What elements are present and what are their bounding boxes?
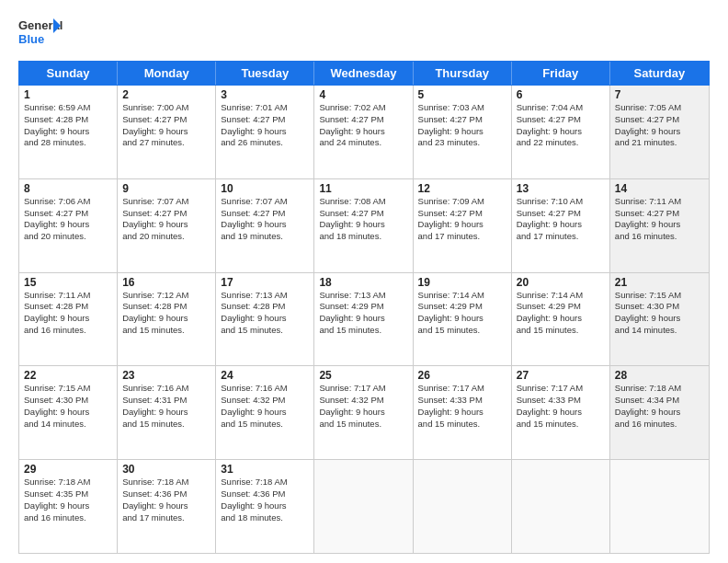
cell-line-0: Sunrise: 7:01 AM — [221, 102, 309, 114]
cell-line-0: Sunrise: 7:07 AM — [221, 196, 309, 208]
cell-line-0: Sunrise: 7:11 AM — [24, 290, 112, 302]
calendar-cell-17: 17Sunrise: 7:13 AMSunset: 4:28 PMDayligh… — [216, 273, 314, 366]
day-number: 2 — [122, 88, 210, 101]
calendar-cell-29: 29Sunrise: 7:18 AMSunset: 4:35 PMDayligh… — [19, 460, 118, 553]
cell-line-2: Daylight: 9 hours — [418, 126, 506, 138]
cell-line-2: Daylight: 9 hours — [418, 219, 506, 231]
calendar-cell-empty-4 — [414, 460, 512, 553]
calendar-body: 1Sunrise: 6:59 AMSunset: 4:28 PMDaylight… — [18, 86, 710, 554]
day-number: 25 — [319, 369, 407, 382]
calendar-cell-6: 6Sunrise: 7:04 AMSunset: 4:27 PMDaylight… — [512, 86, 610, 178]
cell-line-3: and 16 minutes. — [615, 419, 704, 431]
header-day-saturday: Saturday — [610, 62, 709, 85]
day-number: 30 — [122, 463, 210, 476]
cell-line-1: Sunset: 4:27 PM — [517, 208, 605, 220]
cell-line-2: Daylight: 9 hours — [122, 500, 210, 512]
cell-line-1: Sunset: 4:30 PM — [24, 395, 112, 407]
calendar-cell-15: 15Sunrise: 7:11 AMSunset: 4:28 PMDayligh… — [19, 273, 118, 366]
cell-line-3: and 18 minutes. — [319, 231, 407, 243]
cell-line-3: and 14 minutes. — [24, 419, 112, 431]
calendar-cell-25: 25Sunrise: 7:17 AMSunset: 4:32 PMDayligh… — [314, 366, 413, 459]
cell-line-0: Sunrise: 7:07 AM — [122, 196, 210, 208]
cell-line-1: Sunset: 4:33 PM — [517, 395, 605, 407]
cell-line-1: Sunset: 4:35 PM — [24, 488, 112, 500]
day-number: 16 — [122, 276, 210, 289]
cell-line-1: Sunset: 4:27 PM — [24, 208, 112, 220]
cell-line-1: Sunset: 4:36 PM — [221, 488, 309, 500]
cell-line-0: Sunrise: 7:11 AM — [615, 196, 704, 208]
calendar-cell-2: 2Sunrise: 7:00 AMSunset: 4:27 PMDaylight… — [118, 86, 216, 178]
calendar-week-4: 22Sunrise: 7:15 AMSunset: 4:30 PMDayligh… — [19, 366, 709, 460]
day-number: 13 — [517, 182, 605, 195]
cell-line-2: Daylight: 9 hours — [517, 219, 605, 231]
day-number: 28 — [615, 369, 704, 382]
calendar-week-2: 8Sunrise: 7:06 AMSunset: 4:27 PMDaylight… — [19, 179, 709, 273]
cell-line-1: Sunset: 4:27 PM — [122, 208, 210, 220]
cell-line-0: Sunrise: 7:16 AM — [221, 383, 309, 395]
cell-line-3: and 21 minutes. — [615, 137, 704, 149]
cell-line-0: Sunrise: 7:18 AM — [24, 477, 112, 488]
day-number: 10 — [221, 182, 309, 195]
cell-line-2: Daylight: 9 hours — [517, 407, 605, 419]
day-number: 15 — [24, 276, 112, 289]
cell-line-0: Sunrise: 7:12 AM — [122, 290, 210, 302]
day-number: 24 — [221, 369, 309, 382]
header: GeneralBlue — [18, 15, 710, 52]
cell-line-0: Sunrise: 7:06 AM — [24, 196, 112, 208]
cell-line-3: and 15 minutes. — [517, 325, 605, 337]
cell-line-2: Daylight: 9 hours — [319, 313, 407, 325]
day-number: 6 — [517, 88, 605, 101]
cell-line-2: Daylight: 9 hours — [221, 126, 309, 138]
cell-line-1: Sunset: 4:27 PM — [319, 208, 407, 220]
cell-line-0: Sunrise: 7:05 AM — [615, 102, 704, 114]
cell-line-2: Daylight: 9 hours — [517, 126, 605, 138]
calendar-cell-19: 19Sunrise: 7:14 AMSunset: 4:29 PMDayligh… — [414, 273, 512, 366]
calendar-cell-31: 31Sunrise: 7:18 AMSunset: 4:36 PMDayligh… — [216, 460, 314, 553]
header-day-wednesday: Wednesday — [314, 62, 413, 85]
cell-line-3: and 22 minutes. — [517, 137, 605, 149]
cell-line-0: Sunrise: 7:17 AM — [418, 383, 506, 395]
day-number: 11 — [319, 182, 407, 195]
day-number: 29 — [24, 463, 112, 476]
cell-line-2: Daylight: 9 hours — [319, 219, 407, 231]
cell-line-3: and 17 minutes. — [517, 231, 605, 243]
cell-line-1: Sunset: 4:27 PM — [517, 114, 605, 126]
calendar-cell-9: 9Sunrise: 7:07 AMSunset: 4:27 PMDaylight… — [118, 179, 216, 272]
cell-line-3: and 15 minutes. — [221, 325, 309, 337]
cell-line-0: Sunrise: 7:18 AM — [221, 477, 309, 488]
cell-line-3: and 20 minutes. — [122, 231, 210, 243]
cell-line-2: Daylight: 9 hours — [615, 313, 704, 325]
calendar-cell-27: 27Sunrise: 7:17 AMSunset: 4:33 PMDayligh… — [512, 366, 610, 459]
cell-line-0: Sunrise: 7:03 AM — [418, 102, 506, 114]
cell-line-2: Daylight: 9 hours — [122, 219, 210, 231]
cell-line-3: and 16 minutes. — [615, 231, 704, 243]
cell-line-3: and 17 minutes. — [122, 512, 210, 524]
cell-line-2: Daylight: 9 hours — [319, 126, 407, 138]
cell-line-1: Sunset: 4:34 PM — [615, 395, 704, 407]
day-number: 9 — [122, 182, 210, 195]
calendar-cell-26: 26Sunrise: 7:17 AMSunset: 4:33 PMDayligh… — [414, 366, 512, 459]
cell-line-1: Sunset: 4:28 PM — [221, 301, 309, 313]
day-number: 12 — [418, 182, 506, 195]
day-number: 19 — [418, 276, 506, 289]
day-number: 20 — [517, 276, 605, 289]
day-number: 3 — [221, 88, 309, 101]
cell-line-2: Daylight: 9 hours — [221, 219, 309, 231]
day-number: 22 — [24, 369, 112, 382]
calendar-cell-13: 13Sunrise: 7:10 AMSunset: 4:27 PMDayligh… — [512, 179, 610, 272]
calendar-cell-16: 16Sunrise: 7:12 AMSunset: 4:28 PMDayligh… — [118, 273, 216, 366]
calendar-cell-empty-6 — [610, 460, 709, 553]
cell-line-1: Sunset: 4:27 PM — [319, 114, 407, 126]
cell-line-1: Sunset: 4:29 PM — [319, 301, 407, 313]
cell-line-1: Sunset: 4:27 PM — [122, 114, 210, 126]
day-number: 27 — [517, 369, 605, 382]
cell-line-2: Daylight: 9 hours — [418, 407, 506, 419]
header-day-sunday: Sunday — [19, 62, 118, 85]
calendar-cell-empty-3 — [314, 460, 413, 553]
cell-line-3: and 15 minutes. — [418, 419, 506, 431]
cell-line-3: and 23 minutes. — [418, 137, 506, 149]
cell-line-2: Daylight: 9 hours — [319, 407, 407, 419]
cell-line-1: Sunset: 4:33 PM — [418, 395, 506, 407]
cell-line-3: and 20 minutes. — [24, 231, 112, 243]
day-number: 7 — [615, 88, 704, 101]
